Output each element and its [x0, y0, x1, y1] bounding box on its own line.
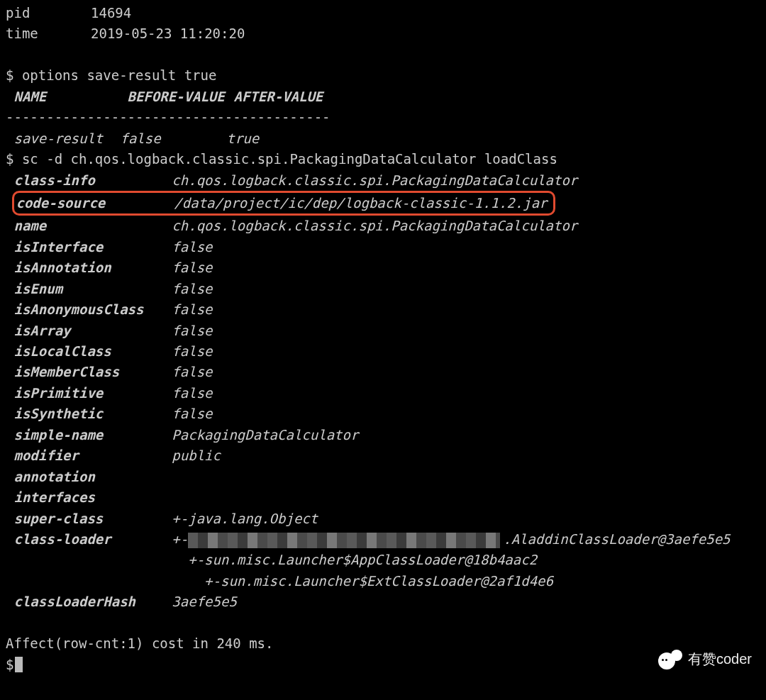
- header-pid: pid14694: [6, 3, 760, 23]
- row-classLoaderHash: classLoaderHash 3aefe5e5: [6, 591, 760, 612]
- watermark: 有赞coder: [658, 648, 752, 670]
- row-isAnonymousClass: isAnonymousClass false: [6, 299, 760, 320]
- row-simple-name: simple-name PackagingDataCalculator: [6, 425, 760, 445]
- separator: ----------------------------------------: [6, 107, 760, 128]
- sc-command: $ sc -d ch.qos.logback.classic.spi.Packa…: [6, 149, 760, 170]
- row-isEnum: isEnum false: [6, 279, 760, 299]
- row-name: name ch.qos.logback.classic.spi.Packagin…: [6, 216, 760, 236]
- prompt-line[interactable]: $: [6, 655, 760, 675]
- row-class-loader-3: +-sun.misc.Launcher$ExtClassLoader@2af1d…: [6, 571, 760, 591]
- row-code-source: code-source /data/project/ic/dep/logback…: [6, 191, 760, 216]
- row-annotation: annotation: [6, 467, 760, 487]
- row-super-class: super-class +-java.lang.Object: [6, 509, 760, 529]
- row-isMemberClass: isMemberClass false: [6, 362, 760, 382]
- row-class-info: class-info ch.qos.logback.classic.spi.Pa…: [6, 170, 760, 191]
- row-isArray: isArray false: [6, 321, 760, 341]
- cursor: [15, 657, 23, 672]
- affect-line: Affect(row-cnt:1) cost in 240 ms.: [6, 633, 760, 654]
- options-command: $ options save-result true: [6, 65, 760, 86]
- row-isLocalClass: isLocalClass false: [6, 341, 760, 362]
- wechat-icon: [658, 650, 682, 670]
- row-interfaces: interfaces: [6, 487, 760, 508]
- header-time: time2019-05-23 11:20:20: [6, 23, 760, 44]
- row-class-loader-2: +-sun.misc.Launcher$AppClassLoader@18b4a…: [6, 550, 760, 570]
- row-class-loader: class-loader +-.AladdinClassLoader@3aefe…: [6, 529, 760, 550]
- redacted-region: [188, 533, 500, 548]
- row-isSynthetic: isSynthetic false: [6, 404, 760, 424]
- row-isAnnotation: isAnnotation false: [6, 257, 760, 278]
- row-isInterface: isInterface false: [6, 237, 760, 257]
- row-modifier: modifier public: [6, 445, 760, 466]
- options-row: save-resultfalsetrue: [6, 128, 760, 149]
- row-isPrimitive: isPrimitive false: [6, 383, 760, 404]
- options-table-header: NAMEBEFORE-VALUEAFTER-VALUE: [6, 87, 760, 107]
